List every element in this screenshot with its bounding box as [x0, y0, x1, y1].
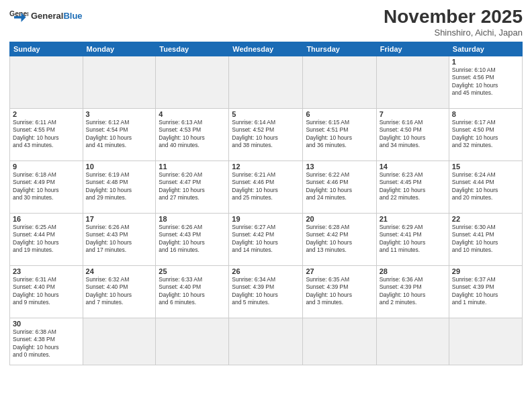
- month-title: November 2025: [384, 7, 523, 28]
- weekday-header-saturday: Saturday: [449, 42, 522, 56]
- day-info: Sunrise: 6:37 AM Sunset: 4:39 PM Dayligh…: [452, 276, 519, 307]
- day-info: Sunrise: 6:25 AM Sunset: 4:44 PM Dayligh…: [13, 224, 80, 255]
- day-number: 10: [86, 163, 153, 171]
- title-block: November 2025 Shinshiro, Aichi, Japan: [384, 7, 523, 38]
- day-number: 12: [232, 163, 300, 171]
- calendar-cell: 23Sunrise: 6:31 AM Sunset: 4:40 PM Dayli…: [10, 265, 83, 318]
- calendar-cell: 30Sunrise: 6:38 AM Sunset: 4:38 PM Dayli…: [10, 318, 83, 365]
- day-number: 3: [86, 110, 153, 118]
- day-number: 20: [306, 215, 373, 223]
- calendar-cell: 20Sunrise: 6:28 AM Sunset: 4:42 PM Dayli…: [303, 213, 376, 265]
- subtitle: Shinshiro, Aichi, Japan: [384, 28, 523, 38]
- calendar-cell: [376, 56, 449, 108]
- day-number: 14: [380, 163, 446, 171]
- calendar-cell: 4Sunrise: 6:13 AM Sunset: 4:53 PM Daylig…: [156, 108, 229, 161]
- calendar-week-row: 30Sunrise: 6:38 AM Sunset: 4:38 PM Dayli…: [10, 318, 523, 365]
- calendar-cell: 8Sunrise: 6:17 AM Sunset: 4:50 PM Daylig…: [449, 108, 522, 161]
- calendar-cell: 19Sunrise: 6:27 AM Sunset: 4:42 PM Dayli…: [229, 213, 303, 265]
- day-info: Sunrise: 6:20 AM Sunset: 4:47 PM Dayligh…: [159, 171, 226, 202]
- weekday-header-tuesday: Tuesday: [156, 42, 229, 56]
- day-number: 24: [86, 267, 153, 275]
- day-info: Sunrise: 6:21 AM Sunset: 4:46 PM Dayligh…: [232, 171, 300, 202]
- day-info: Sunrise: 6:38 AM Sunset: 4:38 PM Dayligh…: [13, 328, 80, 359]
- day-info: Sunrise: 6:27 AM Sunset: 4:42 PM Dayligh…: [232, 224, 300, 255]
- calendar-cell: [303, 318, 376, 365]
- day-info: Sunrise: 6:16 AM Sunset: 4:50 PM Dayligh…: [380, 119, 446, 150]
- calendar-cell: 29Sunrise: 6:37 AM Sunset: 4:39 PM Dayli…: [449, 265, 522, 318]
- day-info: Sunrise: 6:34 AM Sunset: 4:39 PM Dayligh…: [232, 276, 300, 307]
- calendar-cell: 13Sunrise: 6:22 AM Sunset: 4:46 PM Dayli…: [303, 161, 376, 213]
- calendar-cell: 10Sunrise: 6:19 AM Sunset: 4:48 PM Dayli…: [83, 161, 156, 213]
- calendar-cell: 18Sunrise: 6:26 AM Sunset: 4:43 PM Dayli…: [156, 213, 229, 265]
- calendar-cell: 9Sunrise: 6:18 AM Sunset: 4:49 PM Daylig…: [10, 161, 83, 213]
- weekday-header-thursday: Thursday: [303, 42, 376, 56]
- day-number: 15: [452, 163, 519, 171]
- calendar-cell: [156, 56, 229, 108]
- day-info: Sunrise: 6:13 AM Sunset: 4:53 PM Dayligh…: [159, 119, 226, 150]
- calendar-cell: [10, 56, 83, 108]
- weekday-header-sunday: Sunday: [10, 42, 83, 56]
- calendar-cell: 3Sunrise: 6:12 AM Sunset: 4:54 PM Daylig…: [83, 108, 156, 161]
- weekday-header-monday: Monday: [83, 42, 156, 56]
- calendar-cell: 11Sunrise: 6:20 AM Sunset: 4:47 PM Dayli…: [156, 161, 229, 213]
- calendar-cell: 27Sunrise: 6:35 AM Sunset: 4:39 PM Dayli…: [303, 265, 376, 318]
- day-number: 6: [306, 110, 373, 118]
- calendar-cell: 2Sunrise: 6:11 AM Sunset: 4:55 PM Daylig…: [10, 108, 83, 161]
- calendar-cell: 17Sunrise: 6:26 AM Sunset: 4:43 PM Dayli…: [83, 213, 156, 265]
- day-info: Sunrise: 6:29 AM Sunset: 4:41 PM Dayligh…: [380, 224, 446, 255]
- weekday-header-friday: Friday: [376, 42, 449, 56]
- day-info: Sunrise: 6:33 AM Sunset: 4:40 PM Dayligh…: [159, 276, 226, 307]
- day-info: Sunrise: 6:26 AM Sunset: 4:43 PM Dayligh…: [86, 224, 153, 255]
- calendar-cell: [229, 318, 303, 365]
- day-number: 9: [13, 163, 80, 171]
- day-number: 17: [86, 215, 153, 223]
- day-number: 29: [452, 267, 519, 275]
- day-info: Sunrise: 6:14 AM Sunset: 4:52 PM Dayligh…: [232, 119, 300, 150]
- day-info: Sunrise: 6:36 AM Sunset: 4:39 PM Dayligh…: [380, 276, 446, 307]
- day-number: 8: [452, 110, 519, 118]
- day-number: 30: [13, 320, 80, 328]
- day-info: Sunrise: 6:31 AM Sunset: 4:40 PM Dayligh…: [13, 276, 80, 307]
- calendar-cell: [83, 318, 156, 365]
- calendar-cell: 22Sunrise: 6:30 AM Sunset: 4:41 PM Dayli…: [449, 213, 522, 265]
- calendar-cell: 6Sunrise: 6:15 AM Sunset: 4:51 PM Daylig…: [303, 108, 376, 161]
- logo: General GeneralBlue: [9, 7, 83, 26]
- day-number: 19: [232, 215, 300, 223]
- day-info: Sunrise: 6:24 AM Sunset: 4:44 PM Dayligh…: [452, 171, 519, 202]
- calendar-cell: [449, 318, 522, 365]
- day-info: Sunrise: 6:26 AM Sunset: 4:43 PM Dayligh…: [159, 224, 226, 255]
- day-info: Sunrise: 6:15 AM Sunset: 4:51 PM Dayligh…: [306, 119, 373, 150]
- page: General GeneralBlue November 2025 Shinsh…: [0, 0, 532, 411]
- day-info: Sunrise: 6:35 AM Sunset: 4:39 PM Dayligh…: [306, 276, 373, 307]
- day-info: Sunrise: 6:11 AM Sunset: 4:55 PM Dayligh…: [13, 119, 80, 150]
- calendar-cell: 16Sunrise: 6:25 AM Sunset: 4:44 PM Dayli…: [10, 213, 83, 265]
- day-info: Sunrise: 6:10 AM Sunset: 4:56 PM Dayligh…: [452, 66, 519, 97]
- logo-text: GeneralBlue: [31, 11, 83, 21]
- day-info: Sunrise: 6:28 AM Sunset: 4:42 PM Dayligh…: [306, 224, 373, 255]
- calendar-cell: 12Sunrise: 6:21 AM Sunset: 4:46 PM Dayli…: [229, 161, 303, 213]
- day-number: 2: [13, 110, 80, 118]
- calendar-cell: [156, 318, 229, 365]
- calendar-cell: 7Sunrise: 6:16 AM Sunset: 4:50 PM Daylig…: [376, 108, 449, 161]
- calendar-cell: 5Sunrise: 6:14 AM Sunset: 4:52 PM Daylig…: [229, 108, 303, 161]
- calendar-week-row: 1Sunrise: 6:10 AM Sunset: 4:56 PM Daylig…: [10, 56, 523, 108]
- day-number: 23: [13, 267, 80, 275]
- day-number: 18: [159, 215, 226, 223]
- day-number: 26: [232, 267, 300, 275]
- day-number: 7: [380, 110, 446, 118]
- day-info: Sunrise: 6:12 AM Sunset: 4:54 PM Dayligh…: [86, 119, 153, 150]
- day-number: 11: [159, 163, 226, 171]
- logo-icon: General: [9, 7, 28, 26]
- calendar-cell: 25Sunrise: 6:33 AM Sunset: 4:40 PM Dayli…: [156, 265, 229, 318]
- day-number: 27: [306, 267, 373, 275]
- weekday-header-wednesday: Wednesday: [229, 42, 303, 56]
- calendar-cell: 14Sunrise: 6:23 AM Sunset: 4:45 PM Dayli…: [376, 161, 449, 213]
- calendar-week-row: 9Sunrise: 6:18 AM Sunset: 4:49 PM Daylig…: [10, 161, 523, 213]
- calendar-week-row: 16Sunrise: 6:25 AM Sunset: 4:44 PM Dayli…: [10, 213, 523, 265]
- day-info: Sunrise: 6:32 AM Sunset: 4:40 PM Dayligh…: [86, 276, 153, 307]
- weekday-header-row: SundayMondayTuesdayWednesdayThursdayFrid…: [10, 42, 523, 56]
- calendar-cell: [83, 56, 156, 108]
- day-info: Sunrise: 6:23 AM Sunset: 4:45 PM Dayligh…: [380, 171, 446, 202]
- calendar-table: SundayMondayTuesdayWednesdayThursdayFrid…: [9, 42, 523, 365]
- calendar-week-row: 23Sunrise: 6:31 AM Sunset: 4:40 PM Dayli…: [10, 265, 523, 318]
